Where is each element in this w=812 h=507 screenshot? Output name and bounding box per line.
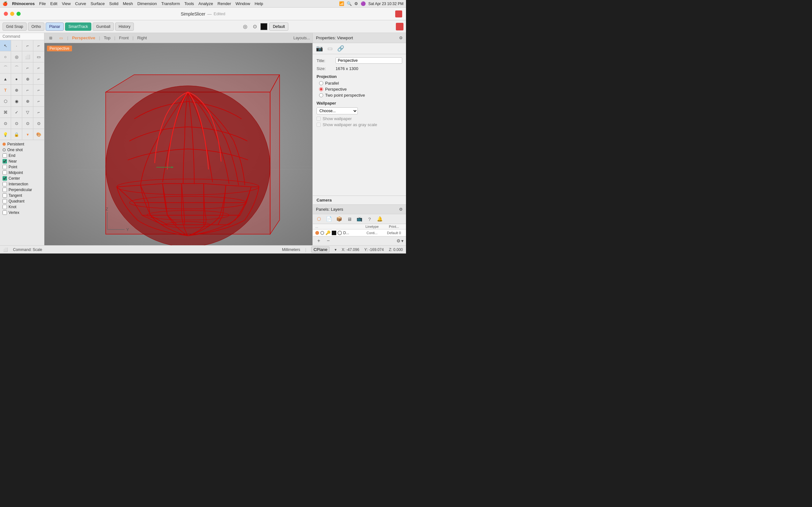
trim-tool[interactable]: ⌐ [33,62,44,73]
menu-curve[interactable]: Curve [75,1,86,6]
menu-solid[interactable]: Solid [109,1,118,6]
arc-tool-2[interactable]: ⌒ [11,62,22,73]
menu-surface[interactable]: Surface [91,1,105,6]
snap-center-checkbox[interactable] [3,176,7,181]
link-props-icon[interactable]: 🔗 [337,45,344,52]
layer-row-linetype[interactable]: Conti... [361,231,383,235]
layer-color-swatch[interactable] [332,231,336,235]
menu-dimension[interactable]: Dimension [137,1,157,6]
menu-edit[interactable]: Edit [50,1,57,6]
snap-midpoint[interactable]: Midpoint [3,170,42,176]
menu-help[interactable]: Help [255,1,263,6]
rect-tool[interactable]: ▭ [33,51,44,62]
hatch-tool[interactable]: ⊕ [11,84,22,95]
snap-tool[interactable]: ⌘ [0,107,11,118]
layers-stack-icon[interactable]: ⬡ [315,216,322,222]
wallpaper-select[interactable]: Choose... [316,107,358,114]
snap-oneshot[interactable]: One shot [3,147,42,153]
app-name[interactable]: Rhinoceros [12,1,35,6]
color-wheel-tool[interactable]: 🎨 [33,129,44,140]
check-tool[interactable]: ✓ [11,107,22,118]
snap-near-checkbox[interactable] [3,159,7,164]
layers-gear-icon[interactable]: ⚙ [399,207,403,212]
orient-tool[interactable]: ⊕ [22,96,33,107]
menu-analyze[interactable]: Analyze [199,1,213,6]
point-tool[interactable]: · [11,40,22,51]
dot-tool[interactable]: ◉ [11,96,22,107]
maximize-button[interactable] [16,12,20,16]
snap-tangent-checkbox[interactable] [3,193,7,198]
box-tool[interactable]: ⬜ [22,51,33,62]
menu-render[interactable]: Render [217,1,231,6]
menu-view[interactable]: View [62,1,71,6]
right-toggle-icon[interactable] [396,23,403,31]
parallel-radio-row[interactable]: Parallel [319,81,402,86]
snap-quadrant-checkbox[interactable] [3,199,7,204]
history-button[interactable]: History [115,22,134,31]
layers-screen-icon[interactable]: 📺 [356,216,363,222]
wallpaper-grayscale-checkbox[interactable] [316,123,321,127]
tab-top[interactable]: Top [102,35,112,41]
curve-tool-1[interactable]: ⌐ [22,40,33,51]
layers-remove-button[interactable]: − [325,237,332,244]
snap-point[interactable]: Point [3,164,42,170]
snap-target-icon[interactable]: ⊙ [251,23,258,31]
search-icon[interactable]: 🔍 [347,1,352,6]
perspective-radio[interactable] [319,87,323,91]
snap-end-checkbox[interactable] [3,153,7,158]
snap-intersection[interactable]: Intersection [3,181,42,187]
snap-midpoint-checkbox[interactable] [3,170,7,175]
curve-tool-2[interactable]: ⌐ [33,40,44,51]
twopoint-radio[interactable] [319,93,323,97]
minimize-button[interactable] [10,12,14,16]
layers-add-button[interactable]: + [315,237,322,244]
surface-tool[interactable]: ▲ [0,73,11,84]
menu-mesh[interactable]: Mesh [123,1,133,6]
viewport-page-icon[interactable]: ▭ [57,34,65,42]
text-tool[interactable]: T [0,84,11,95]
circle-tool[interactable]: ○ [0,51,11,62]
snap-point-checkbox[interactable] [3,165,7,169]
hex-tool[interactable]: ⬡ [0,96,11,107]
snap-perpendicular-checkbox[interactable] [3,187,7,192]
blend-tool[interactable]: ⌐ [33,84,44,95]
close-button[interactable] [4,12,8,16]
parallel-radio[interactable] [319,81,323,85]
apple-menu[interactable]: 🍎 [3,1,8,6]
perspective-radio-row[interactable]: Perspective [319,87,402,92]
layers-doc-icon[interactable]: 📄 [325,216,333,222]
camera-props-icon[interactable]: 📷 [316,45,323,52]
default-button[interactable]: Default [269,22,288,31]
viewport-canvas[interactable]: Perspective [44,43,312,245]
snap-circle-icon[interactable]: ◎ [241,23,249,31]
walk-tool[interactable]: ⊙ [33,118,44,129]
arc-tool[interactable]: ⌒ [0,62,11,73]
ortho-button[interactable]: Ortho [28,22,44,31]
snap-persistent[interactable]: Persistent [3,141,42,147]
mesh-tool[interactable]: ⊕ [22,73,33,84]
show-wallpaper-checkbox[interactable] [316,117,321,121]
right-panel-icon[interactable] [395,10,402,17]
layers-monitor-icon[interactable]: 🖥 [346,216,353,222]
menu-transform[interactable]: Transform [161,1,180,6]
snap-tangent[interactable]: Tangent [3,193,42,199]
snap-vertex[interactable]: Vertex [3,210,42,216]
menu-tools[interactable]: Tools [184,1,194,6]
title-prop-input[interactable] [336,57,402,64]
worksession-tool[interactable]: ▾ [22,129,33,140]
solid-tool[interactable]: ● [11,73,22,84]
layers-help-icon[interactable]: ? [366,216,373,222]
tab-front[interactable]: Front [118,35,130,41]
snap-near[interactable]: Near [3,158,42,164]
menu-window[interactable]: Window [235,1,250,6]
layer-row-print[interactable]: Default 0 [385,231,403,235]
history-tool[interactable]: ▽ [22,107,33,118]
viewport-grid-icon[interactable]: ⊞ [47,34,55,42]
tab-right[interactable]: Right [136,35,148,41]
pan-tool[interactable]: ⊙ [11,118,22,129]
snap-quadrant[interactable]: Quadrant [3,199,42,204]
layers-bell-icon[interactable]: 🔔 [376,216,383,222]
grid-snap-button[interactable]: Grid Snap [3,22,27,31]
cplane-button[interactable]: CPlane [311,246,329,252]
gumball-button[interactable]: Gumball [93,22,114,31]
